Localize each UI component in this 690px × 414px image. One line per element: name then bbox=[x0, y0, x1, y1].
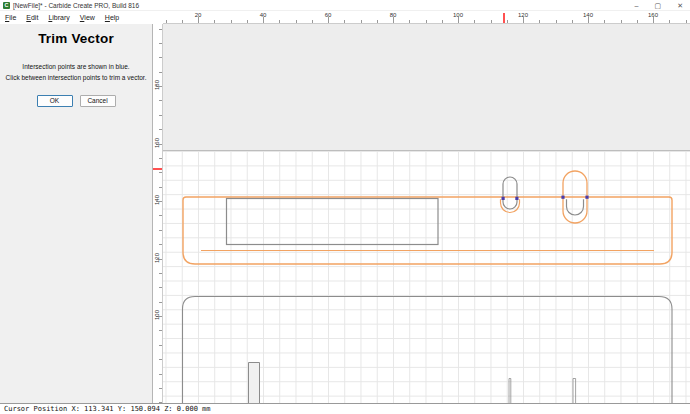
ruler-tick bbox=[474, 20, 475, 23]
window-controls: – ▢ ✕ bbox=[635, 1, 687, 10]
ruler-tick bbox=[159, 172, 162, 173]
ruler-label: 140 bbox=[583, 12, 593, 18]
close-button[interactable]: ✕ bbox=[677, 1, 683, 10]
ruler-tick bbox=[572, 20, 573, 23]
ruler-tick bbox=[621, 20, 622, 23]
ruler-label: 100 bbox=[453, 12, 463, 18]
ruler-tick bbox=[539, 20, 540, 23]
ruler-tick bbox=[182, 20, 183, 23]
design-canvas[interactable] bbox=[163, 24, 690, 403]
ruler-tick bbox=[279, 20, 280, 23]
vector-outer-orange-rect[interactable] bbox=[183, 197, 672, 264]
instruction-line: Click between intersection points to tri… bbox=[0, 74, 152, 81]
app-icon: C bbox=[3, 2, 10, 9]
ruler-tick bbox=[159, 359, 162, 360]
ruler-tick bbox=[247, 20, 248, 23]
vector-lower-slot[interactable] bbox=[249, 363, 260, 404]
ruler-tick bbox=[159, 187, 162, 188]
ruler-tick bbox=[159, 115, 162, 116]
ruler-tick bbox=[159, 345, 162, 346]
ruler-tick bbox=[159, 244, 162, 245]
intersection-point[interactable] bbox=[515, 197, 518, 200]
status-bar: Cursor Position X: 113.341 Y: 150.094 Z:… bbox=[0, 403, 690, 414]
cancel-button[interactable]: Cancel bbox=[80, 95, 116, 107]
vector-overlay bbox=[163, 24, 690, 403]
ruler-label: 120 bbox=[518, 12, 528, 18]
ruler-tick bbox=[159, 129, 162, 130]
ruler-tick bbox=[159, 230, 162, 231]
ruler-label: 60 bbox=[325, 12, 332, 18]
vector-lower-slot[interactable] bbox=[509, 379, 511, 404]
vector-slot-large-gray[interactable] bbox=[567, 176, 584, 215]
vector-inner-gray-rect[interactable] bbox=[227, 199, 439, 245]
vector-lower-slot[interactable] bbox=[573, 379, 576, 404]
ruler-tick bbox=[556, 20, 557, 23]
ruler-tick bbox=[159, 100, 162, 101]
ruler-tick bbox=[507, 20, 508, 23]
menubar: File Edit Library View Help bbox=[0, 11, 152, 24]
ruler-tick bbox=[491, 20, 492, 23]
ruler-tick bbox=[159, 43, 162, 44]
menu-file[interactable]: File bbox=[5, 14, 16, 21]
button-row: OK Cancel bbox=[0, 95, 152, 107]
ruler-label: 40 bbox=[260, 12, 267, 18]
ruler-tick bbox=[686, 20, 687, 23]
ruler-tick bbox=[159, 215, 162, 216]
ruler-tick bbox=[159, 330, 162, 331]
ruler-label: 160 bbox=[154, 137, 160, 149]
minimize-button[interactable]: – bbox=[635, 1, 639, 10]
ruler-tick bbox=[159, 287, 162, 288]
left-ruler: 180160140120100 bbox=[152, 24, 163, 403]
ruler-tick bbox=[669, 20, 670, 23]
menu-edit[interactable]: Edit bbox=[26, 14, 38, 21]
window-title: [NewFile]* - Carbide Create PRO, Build 8… bbox=[13, 2, 139, 9]
ruler-tick bbox=[604, 20, 605, 23]
ruler-label: 120 bbox=[154, 252, 160, 264]
ruler-tick bbox=[159, 273, 162, 274]
app-window: C [NewFile]* - Carbide Create PRO, Build… bbox=[0, 0, 690, 414]
ruler-tick bbox=[296, 20, 297, 23]
menu-view[interactable]: View bbox=[80, 14, 95, 21]
top-ruler: 20406080100120140160 bbox=[163, 11, 690, 24]
ruler-tick bbox=[377, 20, 378, 23]
intersection-point[interactable] bbox=[561, 196, 564, 199]
ruler-label: 20 bbox=[195, 12, 202, 18]
ruler-tick bbox=[166, 20, 167, 23]
ruler-label: 80 bbox=[390, 12, 397, 18]
trim-vector-panel: Trim Vector Intersection points are show… bbox=[0, 24, 152, 403]
titlebar: C [NewFile]* - Carbide Create PRO, Build… bbox=[0, 0, 690, 11]
ruler-label: 180 bbox=[154, 79, 160, 91]
cursor-position-readout: Cursor Position X: 113.341 Y: 150.094 Z:… bbox=[4, 405, 211, 413]
ruler-tick bbox=[214, 20, 215, 23]
vector-slot-small-gray[interactable] bbox=[503, 177, 517, 209]
cursor-marker-y bbox=[152, 168, 162, 170]
ruler-tick bbox=[442, 20, 443, 23]
ruler-tick bbox=[312, 20, 313, 23]
menu-library[interactable]: Library bbox=[48, 14, 69, 21]
ruler-tick bbox=[159, 158, 162, 159]
ruler-tick bbox=[231, 20, 232, 23]
ruler-tick bbox=[344, 20, 345, 23]
menu-help[interactable]: Help bbox=[105, 14, 119, 21]
intersection-point[interactable] bbox=[502, 197, 505, 200]
instruction-line: Intersection points are shown in blue. bbox=[0, 63, 152, 70]
ruler-tick bbox=[426, 20, 427, 23]
ruler-tick bbox=[637, 20, 638, 23]
ruler-label: 160 bbox=[648, 12, 658, 18]
ruler-tick bbox=[159, 72, 162, 73]
ruler-label: 100 bbox=[154, 309, 160, 321]
cursor-marker-x bbox=[503, 13, 505, 23]
maximize-button[interactable]: ▢ bbox=[655, 1, 662, 10]
ruler-tick bbox=[159, 302, 162, 303]
ruler-label: 140 bbox=[154, 194, 160, 206]
ruler-tick bbox=[159, 29, 162, 30]
ruler-tick bbox=[409, 20, 410, 23]
ruler-tick bbox=[159, 388, 162, 389]
intersection-point[interactable] bbox=[585, 196, 588, 199]
ok-button[interactable]: OK bbox=[37, 95, 73, 107]
ruler-tick bbox=[159, 57, 162, 58]
ruler-tick bbox=[361, 20, 362, 23]
panel-title: Trim Vector bbox=[0, 31, 152, 46]
ruler-tick bbox=[159, 374, 162, 375]
